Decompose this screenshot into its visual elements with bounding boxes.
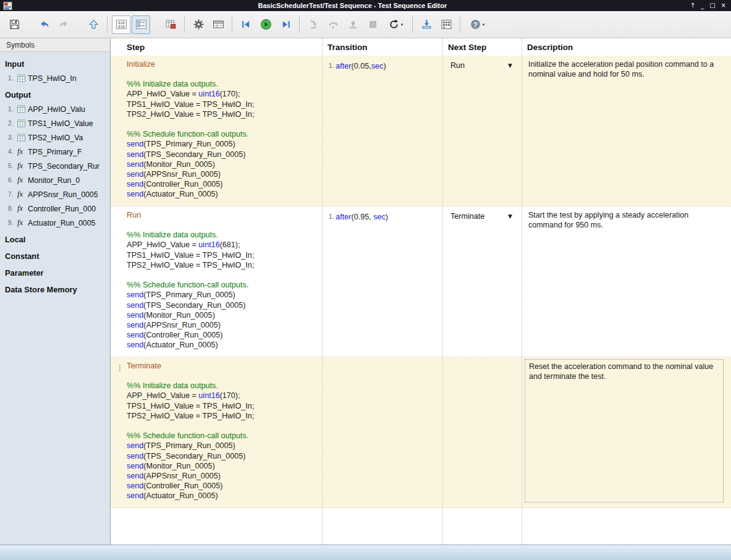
- code-token: send: [127, 341, 143, 349]
- description-cell[interactable]: Initialize the acceleration pedal positi…: [522, 56, 731, 206]
- undo-button[interactable]: [35, 15, 53, 34]
- undo-icon: [38, 19, 50, 30]
- code-token: (Controller_Run_0005): [143, 482, 222, 490]
- code-line: TPS1_HwIO_Value = TPS_HwIO_In;: [127, 401, 318, 411]
- transition-cell[interactable]: 1.after(0.05,sec): [322, 56, 442, 206]
- legend-table-button[interactable]: [209, 15, 227, 34]
- code-token: %% Schedule function-call outputs.: [127, 130, 248, 138]
- code-token: %% Schedule function-call outputs.: [127, 281, 248, 289]
- symbol-label: Controller_Run_000: [28, 205, 96, 213]
- main-area: Symbols Input1.TPS_HwIO_InOutput1.APP_Hw…: [0, 38, 731, 545]
- symbols-sidebar: Symbols Input1.TPS_HwIO_InOutput1.APP_Hw…: [0, 38, 111, 545]
- symbol-index: 2.: [8, 120, 17, 127]
- code-token: (Actuator_Run_0005): [143, 341, 218, 349]
- next-step-cell[interactable]: [442, 357, 522, 507]
- step-cell[interactable]: Initialize %% Initialize data outputs.AP…: [111, 56, 322, 206]
- toggle-description-panel-button[interactable]: [132, 15, 150, 34]
- code-token: uint16: [198, 90, 219, 98]
- step-back-button[interactable]: [237, 15, 255, 34]
- svg-text:010: 010: [118, 21, 125, 25]
- code-token: %% Schedule function-call outputs.: [127, 431, 248, 440]
- run-button[interactable]: [256, 15, 275, 34]
- add-input-button[interactable]: [417, 15, 436, 34]
- next-step-dropdown-icon[interactable]: ▼: [508, 213, 512, 219]
- code-token: (TPS_Secondary_Run_0005): [143, 150, 245, 159]
- symbols-section-data-store-memory: Data Store Memory: [0, 280, 110, 297]
- drag-handle-icon[interactable]: ⋮: [116, 363, 124, 372]
- symbol-item[interactable]: 1.TPS_HwIO_In: [0, 71, 110, 85]
- symbols-section-parameter: Parameter: [0, 263, 110, 280]
- minimize-button[interactable]: _: [701, 2, 704, 9]
- step-forward-button[interactable]: [276, 15, 295, 34]
- symbol-item[interactable]: 1.APP_HwIO_Valu: [0, 102, 110, 116]
- symbols-sections: Input1.TPS_HwIO_InOutput1.APP_HwIO_Valu2…: [0, 52, 110, 297]
- help-button[interactable]: ?▾: [465, 15, 489, 34]
- symbol-item[interactable]: 7.fxAPPSnsr_Run_0005: [0, 187, 110, 202]
- code-token: send: [127, 311, 143, 320]
- description-cell[interactable]: Reset the acceleration command to the no…: [522, 357, 731, 507]
- close-button[interactable]: ×: [721, 2, 726, 9]
- code-token: send: [127, 331, 143, 339]
- code-token: %% Initialize data outputs.: [127, 231, 218, 239]
- step-row-initialize: Initialize %% Initialize data outputs.AP…: [111, 56, 731, 206]
- code-line: [127, 371, 318, 381]
- transition-index: 1.: [329, 61, 334, 71]
- code-token: send: [127, 291, 143, 299]
- settings-button[interactable]: [189, 15, 208, 34]
- symbols-section-constant: Constant: [0, 247, 110, 263]
- symbol-item[interactable]: 3.TPS2_HwIO_Va: [0, 130, 110, 145]
- breakpoints-button[interactable]: [437, 15, 455, 34]
- symbol-index: 1.: [8, 106, 17, 112]
- toolbar-separator: [232, 16, 232, 33]
- run-mode-button[interactable]: ▾: [383, 15, 408, 34]
- transition: 1.after(0.05,sec): [329, 61, 440, 72]
- title-bar: BasicSchedulerTest/Test Sequence - Test …: [0, 0, 731, 11]
- symbol-item[interactable]: 2.TPS1_HwIO_Value: [0, 116, 110, 130]
- step-in-icon: [308, 19, 319, 30]
- save-button[interactable]: [5, 15, 23, 34]
- toolbar-separator: [184, 16, 185, 33]
- input-icon: [421, 19, 433, 30]
- symbol-label: TPS2_HwIO_Va: [28, 134, 83, 142]
- transition-cell[interactable]: 1.after(0.95, sec): [322, 206, 442, 357]
- code-token: (Controller_Run_0005): [143, 180, 222, 189]
- function-icon: fx: [17, 161, 28, 171]
- step-cell[interactable]: Run %% Initialize data outputs.APP_HwIO_…: [111, 206, 322, 357]
- next-step-control: Run▼: [450, 61, 512, 70]
- symbol-item[interactable]: 6.fxMonitor_Run_0: [0, 173, 110, 187]
- symbol-item[interactable]: 9.fxActuator_Run_0005: [0, 216, 110, 230]
- requirements-table-button[interactable]: [161, 15, 180, 34]
- maximize-button[interactable]: □: [709, 2, 715, 9]
- data-icon: [17, 119, 28, 127]
- code-token: TPS1_HwIO_Value = TPS_HwIO_In;: [127, 100, 254, 109]
- next-step-cell[interactable]: Run▼: [442, 56, 522, 206]
- code-token: APP_HwIO_Value =: [127, 90, 198, 98]
- code-token: send: [127, 472, 143, 480]
- stop-button: [363, 15, 382, 34]
- description-text: Start the test by applying a steady acce…: [525, 208, 724, 233]
- symbol-item[interactable]: 5.fxTPS_Secondary_Rur: [0, 159, 110, 173]
- code-line: send(Controller_Run_0005): [127, 179, 318, 189]
- symbols-panel-title: Symbols: [0, 38, 110, 52]
- code-line: send(Actuator_Run_0005): [127, 189, 318, 199]
- code-token: (TPS_Primary_Run_0005): [143, 441, 235, 450]
- symbol-item[interactable]: 8.fxController_Run_000: [0, 202, 110, 216]
- transition-cell[interactable]: [322, 357, 442, 507]
- column-header-transition: Transition: [322, 38, 442, 56]
- symbols-section-input: Input: [0, 54, 110, 71]
- breakpoints-icon: [441, 19, 452, 30]
- code-token: (APPSnsr_Run_0005): [143, 472, 221, 480]
- step-cell[interactable]: ⋮Terminate %% Initialize data outputs.AP…: [111, 357, 322, 507]
- next-step-cell[interactable]: Terminate▼: [442, 206, 522, 357]
- navigate-up-button[interactable]: [84, 15, 103, 34]
- table-header: StepTransitionNext StepDescription: [111, 38, 731, 56]
- description-cell[interactable]: Start the test by applying a steady acce…: [522, 206, 731, 357]
- symbol-item[interactable]: 4.fxTPS_Primary_F: [0, 145, 110, 159]
- code-line: send(Monitor_Run_0005): [127, 461, 318, 471]
- code-token: %% Initialize data outputs.: [127, 80, 218, 88]
- shade-button[interactable]: ↑: [690, 2, 695, 9]
- code-line: %% Schedule function-call outputs.: [127, 431, 318, 441]
- code-token: APP_HwIO_Value =: [127, 391, 198, 400]
- next-step-dropdown-icon[interactable]: ▼: [508, 62, 512, 69]
- toggle-symbols-panel-button[interactable]: 010010: [112, 15, 130, 34]
